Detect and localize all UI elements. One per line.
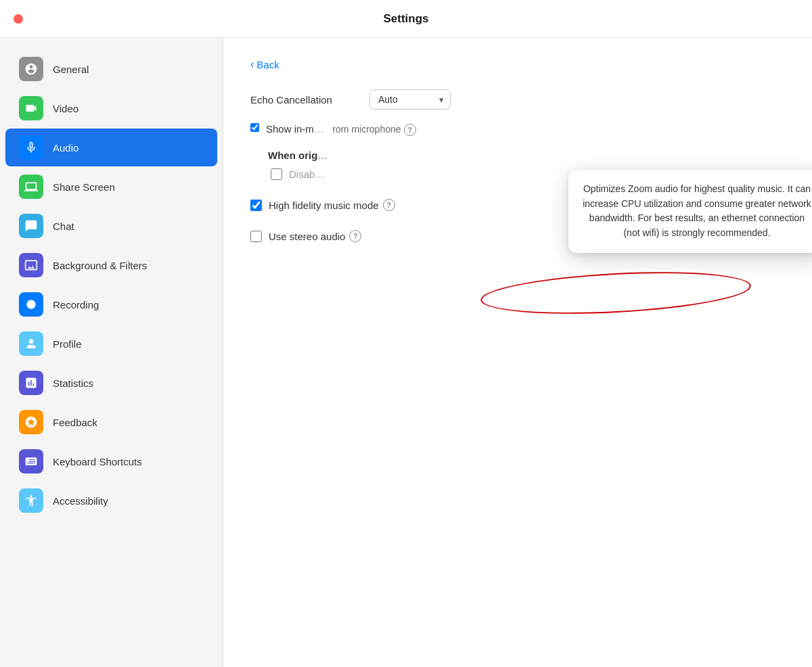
sidebar-chat-label: Chat	[53, 221, 74, 232]
content-area: ‹ Back Echo Cancellation Auto Aggressive…	[223, 38, 812, 667]
back-chevron: ‹	[250, 58, 254, 70]
sidebar-audio-label: Audio	[53, 142, 78, 154]
sidebar-keyboard-label: Keyboard Shortcuts	[53, 456, 142, 467]
chat-icon	[19, 214, 43, 238]
stereo-audio-help-icon[interactable]: ?	[349, 230, 361, 242]
sidebar-item-share-screen[interactable]: Share Screen	[5, 168, 217, 206]
high-fidelity-checkbox[interactable]	[250, 200, 262, 211]
accessibility-icon	[19, 488, 43, 513]
stereo-audio-label: Use stereo audio ?	[269, 230, 361, 242]
sidebar-item-feedback[interactable]: Feedback	[5, 403, 217, 441]
sidebar-video-label: Video	[53, 103, 78, 114]
profile-icon	[19, 331, 43, 356]
disable-checkbox[interactable]	[271, 168, 282, 180]
echo-cancellation-dropdown-wrapper: Auto Aggressive Medium Low None	[369, 89, 451, 110]
back-label: Back	[256, 59, 279, 70]
sidebar-item-keyboard[interactable]: Keyboard Shortcuts	[5, 442, 217, 480]
echo-cancellation-select[interactable]: Auto Aggressive Medium Low None	[369, 89, 451, 110]
back-button[interactable]: ‹ Back	[250, 58, 279, 70]
echo-cancellation-label: Echo Cancellation	[250, 94, 359, 106]
sidebar-item-background[interactable]: Background & Filters	[5, 246, 217, 284]
sidebar-item-general[interactable]: General	[5, 50, 217, 88]
sidebar-accessibility-label: Accessibility	[53, 495, 108, 507]
sidebar-general-label: General	[53, 64, 89, 75]
stereo-audio-checkbox[interactable]	[250, 231, 262, 242]
sidebar-item-recording[interactable]: Recording	[5, 285, 217, 323]
tooltip-popup: Optimizes Zoom audio for highest quality…	[568, 170, 812, 253]
feedback-icon	[19, 410, 43, 434]
sidebar-item-video[interactable]: Video	[5, 89, 217, 127]
when-original-label: When orig…	[268, 150, 328, 161]
main-container: General Video Audio Share Screen Chat	[0, 38, 812, 667]
sidebar-recording-label: Recording	[53, 299, 99, 310]
recording-icon	[19, 292, 43, 317]
red-circle-annotation	[480, 267, 752, 320]
svg-point-0	[26, 300, 35, 308]
title-bar: Settings	[0, 0, 812, 38]
sidebar: General Video Audio Share Screen Chat	[0, 38, 223, 667]
sidebar-background-label: Background & Filters	[53, 260, 147, 271]
high-fidelity-label: High fidelity music mode ?	[269, 199, 395, 211]
share-screen-icon	[19, 175, 43, 199]
sidebar-feedback-label: Feedback	[53, 417, 97, 428]
disable-label: Disab…	[289, 168, 325, 180]
general-icon	[19, 57, 43, 81]
keyboard-icon	[19, 449, 43, 474]
video-icon	[19, 96, 43, 120]
window-title: Settings	[383, 12, 428, 26]
sidebar-item-chat[interactable]: Chat	[5, 207, 217, 245]
show-in-meeting-help-icon[interactable]: ?	[404, 124, 416, 136]
audio-icon	[19, 135, 43, 160]
sidebar-item-statistics[interactable]: Statistics	[5, 364, 217, 402]
close-button[interactable]	[14, 14, 23, 24]
show-in-meeting-checkbox[interactable]	[250, 123, 259, 132]
tooltip-text: Optimizes Zoom audio for highest quality…	[583, 183, 811, 238]
sidebar-profile-label: Profile	[53, 338, 82, 350]
high-fidelity-help-icon[interactable]: ?	[383, 199, 395, 211]
echo-cancellation-row: Echo Cancellation Auto Aggressive Medium…	[250, 89, 785, 110]
sidebar-item-audio[interactable]: Audio	[5, 129, 217, 166]
sidebar-item-profile[interactable]: Profile	[5, 325, 217, 363]
background-icon	[19, 253, 43, 277]
show-in-meeting-row: Show in-m… rom microphone ?	[250, 123, 785, 136]
show-in-meeting-text: Show in-m… rom microphone ?	[266, 123, 416, 136]
sidebar-item-accessibility[interactable]: Accessibility	[5, 482, 217, 520]
sidebar-statistics-label: Statistics	[53, 377, 93, 389]
statistics-icon	[19, 371, 43, 395]
sidebar-share-label: Share Screen	[53, 181, 115, 193]
